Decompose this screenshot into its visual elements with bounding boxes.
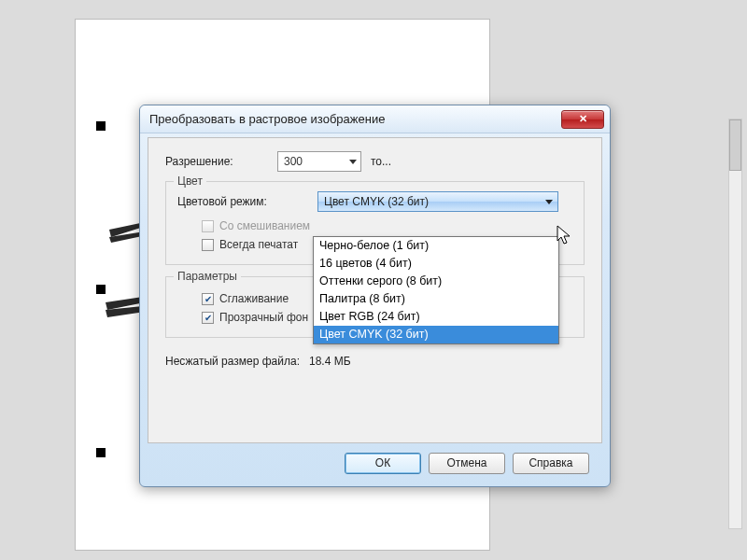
resolution-row: Разрешение: 300 то... — [165, 151, 585, 172]
chevron-down-icon[interactable] — [543, 194, 556, 209]
color-mode-combo[interactable]: Цвет CMYK (32 бит) — [317, 191, 558, 212]
resolution-value: 300 — [284, 155, 303, 168]
help-label: Справка — [529, 456, 572, 469]
help-button[interactable]: Справка — [513, 453, 589, 474]
option-bw-1bit[interactable]: Черно-белое (1 бит) — [314, 237, 558, 255]
scrollbar-thumb[interactable] — [729, 119, 741, 171]
filesize-value: 18.4 МБ — [309, 355, 351, 368]
overprint-label: Всегда печатат — [219, 238, 298, 251]
dialog-titlebar[interactable]: Преобразовать в растровое изображение — [140, 105, 610, 133]
cancel-button[interactable]: Отмена — [429, 453, 505, 474]
cancel-label: Отмена — [446, 456, 486, 469]
option-16colors-4bit[interactable]: 16 цветов (4 бит) — [314, 255, 558, 273]
dither-label: Со смешиванием — [219, 219, 310, 232]
resolution-input[interactable]: 300 — [277, 151, 361, 172]
overprint-checkbox[interactable] — [202, 239, 214, 251]
list-bullet — [96, 448, 106, 457]
filesize-row: Несжатый размер файла: 18.4 МБ — [165, 355, 585, 368]
color-group-legend: Цвет — [174, 175, 206, 188]
dialog-title: Преобразовать в растровое изображение — [149, 112, 561, 126]
color-mode-value: Цвет CMYK (32 бит) — [324, 195, 429, 208]
antialias-checkbox[interactable] — [202, 293, 214, 305]
ok-button[interactable]: ОК — [345, 453, 421, 474]
option-grayscale-8bit[interactable]: Оттенки серого (8 бит) — [314, 273, 558, 290]
resolution-units: то... — [371, 155, 391, 168]
close-button[interactable] — [561, 110, 604, 129]
chevron-down-icon — [349, 160, 357, 164]
transparent-checkbox[interactable] — [202, 312, 214, 324]
mouse-cursor-icon — [557, 225, 573, 245]
color-mode-dropdown[interactable]: Черно-белое (1 бит) 16 цветов (4 бит) От… — [313, 236, 559, 344]
option-rgb-24bit[interactable]: Цвет RGB (24 бит) — [314, 308, 558, 326]
dither-checkbox — [202, 220, 214, 232]
list-bullet — [96, 121, 106, 131]
option-palette-8bit[interactable]: Палитра (8 бит) — [314, 290, 558, 308]
vertical-scrollbar[interactable] — [728, 119, 742, 529]
transparent-label: Прозрачный фон — [219, 311, 308, 324]
resolution-label: Разрешение: — [165, 155, 277, 168]
dither-checkbox-row: Со смешиванием — [202, 219, 572, 232]
list-bullet — [96, 285, 106, 294]
filesize-label: Несжатый размер файла: — [165, 355, 300, 368]
antialias-label: Сглаживание — [219, 292, 289, 305]
option-cmyk-32bit[interactable]: Цвет CMYK (32 бит) — [314, 326, 558, 343]
color-mode-label: Цветовой режим: — [177, 195, 317, 208]
dialog-button-bar: ОК Отмена Справка — [148, 447, 602, 479]
ok-label: ОК — [375, 456, 390, 469]
params-group-legend: Параметры — [174, 270, 241, 283]
